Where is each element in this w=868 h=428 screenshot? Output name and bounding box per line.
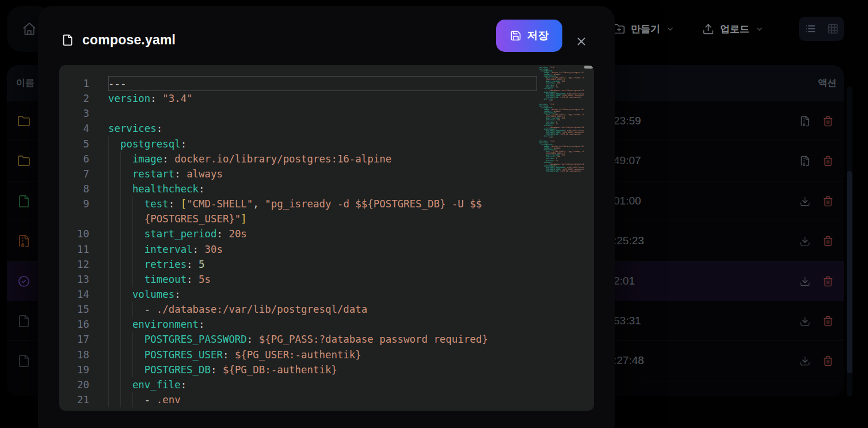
line-number: 12 — [59, 257, 89, 272]
save-button-label: 저장 — [527, 28, 549, 43]
line-number: 13 — [59, 272, 89, 287]
save-icon — [510, 30, 521, 41]
line-number: 11 — [59, 242, 89, 257]
code-line: 20env_file: — [59, 377, 594, 392]
code-line: 16environment: — [59, 317, 594, 332]
close-icon — [575, 35, 588, 48]
file-editor-modal: compose.yaml 저장 1---2version: "3.4"34ser… — [38, 6, 615, 428]
editor-scrollbar-thumb[interactable] — [584, 66, 593, 69]
code-line: {POSTGRES_USER}"] — [59, 211, 594, 226]
code-line: 3 — [59, 106, 594, 121]
code-line: 19POSTGRES_DB: ${PG_DB:-authentik} — [59, 362, 594, 377]
file-icon — [62, 32, 74, 48]
code-editor[interactable]: 1---2version: "3.4"34services:5postgresq… — [59, 65, 594, 411]
code-line: 15- ./database:/var/lib/postgresql/data — [59, 302, 594, 317]
code-line: 9test: ["CMD-SHELL", "pg_isready -d $${P… — [59, 196, 594, 211]
line-number: 8 — [59, 181, 89, 196]
code-lines: 1---2version: "3.4"34services:5postgresq… — [59, 76, 594, 407]
close-button[interactable] — [574, 35, 588, 48]
line-number: 20 — [59, 377, 89, 392]
line-number: 15 — [59, 302, 89, 317]
line-number: 17 — [59, 332, 89, 347]
code-line: 4services: — [59, 121, 594, 136]
line-number: 1 — [59, 76, 89, 91]
save-button[interactable]: 저장 — [496, 20, 562, 52]
code-line: 7restart: always — [59, 166, 594, 181]
code-line: 18POSTGRES_USER: ${PG_USER:-authentik} — [59, 347, 594, 362]
line-number: 6 — [59, 151, 89, 166]
line-number: 9 — [59, 196, 89, 211]
line-number: 3 — [59, 106, 89, 121]
line-number: 5 — [59, 137, 89, 151]
line-number: 16 — [59, 317, 89, 332]
code-line: 13timeout: 5s — [59, 272, 594, 287]
line-number: 19 — [59, 362, 89, 377]
code-line: 12retries: 5 — [59, 257, 594, 272]
line-number: 4 — [59, 121, 89, 136]
code-line: 21- .env — [59, 392, 594, 407]
code-line: 10start_period: 20s — [59, 226, 594, 241]
line-number: 10 — [59, 226, 89, 241]
code-line: 11interval: 30s — [59, 242, 594, 257]
line-number: 2 — [59, 91, 89, 106]
minimap[interactable]: ---version: "3.4"services: postgresql: i… — [539, 65, 584, 172]
code-line: 17POSTGRES_PASSWORD: ${PG_PASS:?database… — [59, 332, 594, 347]
line-number — [59, 211, 89, 226]
code-line: 6image: docker.io/library/postgres:16-al… — [59, 151, 594, 166]
code-line: 5postgresql: — [59, 137, 594, 151]
line-number: 14 — [59, 287, 89, 302]
code-line: 14volumes: — [59, 287, 594, 302]
line-number: 7 — [59, 166, 89, 181]
modal-title: compose.yaml — [82, 32, 176, 48]
line-number: 21 — [59, 392, 89, 407]
line-number: 18 — [59, 347, 89, 362]
code-line: 1--- — [59, 76, 594, 91]
code-line: 8healthcheck: — [59, 181, 594, 196]
code-line: 2version: "3.4" — [59, 91, 594, 106]
